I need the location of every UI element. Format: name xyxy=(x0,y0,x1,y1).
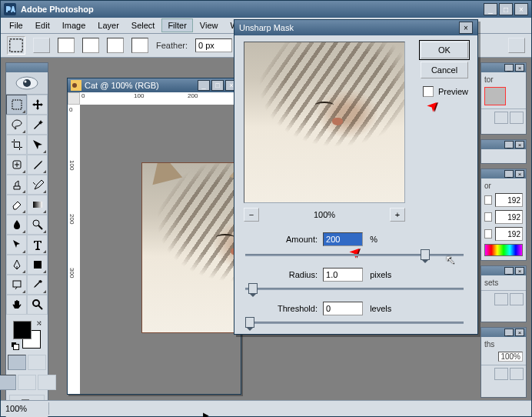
toolbox[interactable]: ⤭ xyxy=(5,62,48,417)
navigator-thumbnail[interactable] xyxy=(484,87,506,105)
panel-titlebar[interactable]: _× xyxy=(481,63,526,72)
panel-minimize-button[interactable]: _ xyxy=(504,64,514,72)
status-zoom-field[interactable]: 100% xyxy=(1,402,49,415)
menu-file[interactable]: File xyxy=(4,19,28,32)
tool-blur[interactable] xyxy=(6,215,27,235)
menu-image[interactable]: Image xyxy=(57,19,91,32)
tool-preset-picker[interactable] xyxy=(33,38,50,53)
layers-opacity-value[interactable]: 100% xyxy=(498,352,523,362)
info-panel[interactable]: _× xyxy=(480,139,527,164)
panel-minimize-button[interactable]: _ xyxy=(504,141,514,148)
color-panel[interactable]: _× or xyxy=(480,168,527,261)
tool-brush[interactable] xyxy=(27,155,48,175)
tool-zoom[interactable] xyxy=(27,295,48,315)
ruler-origin[interactable] xyxy=(68,92,80,105)
tool-notes[interactable] xyxy=(6,275,27,295)
document-maximize-button[interactable]: □ xyxy=(211,80,224,91)
ok-button[interactable]: OK xyxy=(421,42,468,58)
tool-crop[interactable] xyxy=(6,135,27,155)
tool-eyedropper[interactable] xyxy=(27,275,48,295)
active-tool-marquee-icon[interactable] xyxy=(7,36,25,55)
selection-mode-new[interactable] xyxy=(58,38,75,53)
color-g-input[interactable] xyxy=(495,210,523,224)
panel-close-button[interactable]: × xyxy=(515,329,524,336)
tool-clone-stamp[interactable] xyxy=(6,175,27,195)
dialog-titlebar[interactable]: Unsharp Mask × xyxy=(234,20,477,35)
zoom-in-button[interactable]: + xyxy=(390,208,405,222)
menu-select[interactable]: Select xyxy=(126,19,161,32)
tool-pen[interactable] xyxy=(6,255,27,275)
fg-bg-color[interactable]: ⤭ xyxy=(12,319,42,350)
dialog-close-button[interactable]: × xyxy=(459,22,473,34)
tool-move[interactable] xyxy=(27,95,48,115)
amount-slider[interactable] xyxy=(245,249,464,260)
foreground-color-swatch[interactable] xyxy=(13,321,32,339)
panel-titlebar[interactable]: _× xyxy=(481,328,526,337)
panel-close-button[interactable]: × xyxy=(515,170,524,178)
new-snapshot-button[interactable] xyxy=(494,293,508,305)
swap-colors-icon[interactable]: ⤭ xyxy=(36,319,42,327)
titlebar[interactable]: Adobe Photoshop _ □ × xyxy=(1,1,531,18)
tool-rect-marquee[interactable] xyxy=(6,95,27,115)
selection-mode-intersect[interactable] xyxy=(131,38,148,53)
ruler-vertical[interactable]: 0 100 200 300 xyxy=(68,105,81,394)
menu-view[interactable]: View xyxy=(195,19,224,32)
tool-lasso[interactable] xyxy=(6,115,27,135)
threshold-slider[interactable] xyxy=(245,317,464,328)
tool-shape[interactable] xyxy=(27,255,48,275)
delete-layer-button[interactable] xyxy=(510,368,524,380)
tool-slice[interactable] xyxy=(27,135,48,155)
history-tab-label[interactable]: sets xyxy=(484,279,523,287)
panel-close-button[interactable]: × xyxy=(515,267,524,275)
layers-tab-label[interactable]: ths xyxy=(484,340,523,349)
panel-minimize-button[interactable]: _ xyxy=(504,170,514,178)
tool-healing-brush[interactable] xyxy=(6,155,27,175)
document-minimize-button[interactable]: _ xyxy=(198,80,210,91)
panel-titlebar[interactable]: _× xyxy=(481,266,526,275)
menu-layer[interactable]: Layer xyxy=(92,19,125,32)
tool-eraser[interactable] xyxy=(6,195,27,215)
tool-magic-wand[interactable] xyxy=(27,115,48,135)
quickmask-toggle[interactable] xyxy=(8,355,46,370)
document-window[interactable]: Cat @ 100% (RGB) _ □ × 0 100 200 0 100 2… xyxy=(67,78,241,395)
tool-gradient[interactable] xyxy=(27,195,48,215)
status-caret-icon[interactable]: ▶ xyxy=(203,411,209,417)
new-layer-button[interactable] xyxy=(494,368,508,380)
tool-dodge[interactable] xyxy=(27,215,48,235)
color-b-input[interactable] xyxy=(495,227,523,241)
zoom-out-button[interactable]: − xyxy=(244,208,259,222)
threshold-input[interactable] xyxy=(323,302,363,315)
zoom-out-button[interactable] xyxy=(494,112,508,124)
radius-slider[interactable] xyxy=(245,283,464,294)
history-panel[interactable]: _× sets xyxy=(480,265,527,322)
dialog-preview-image[interactable] xyxy=(244,42,405,203)
panel-minimize-button[interactable]: _ xyxy=(504,329,514,336)
menu-edit[interactable]: Edit xyxy=(30,19,55,32)
tool-type[interactable] xyxy=(27,235,48,255)
tool-history-brush[interactable] xyxy=(27,175,48,195)
maximize-button[interactable]: □ xyxy=(499,3,513,15)
tool-path-selection[interactable] xyxy=(6,235,27,255)
color-tab-label[interactable]: or xyxy=(484,182,523,190)
color-ramp[interactable] xyxy=(484,244,523,256)
panel-minimize-button[interactable]: _ xyxy=(504,267,514,275)
navigator-tab-label[interactable]: tor xyxy=(484,75,523,84)
cancel-button[interactable]: Cancel xyxy=(421,62,468,78)
selection-mode-subtract[interactable] xyxy=(107,38,124,53)
unsharp-mask-dialog[interactable]: Unsharp Mask × OK Cancel Preview ➤ − 100… xyxy=(234,19,478,335)
layers-panel[interactable]: _× ths 100% xyxy=(480,327,527,398)
screenmode-toggle[interactable] xyxy=(0,375,56,390)
menu-filter[interactable]: Filter xyxy=(161,18,192,32)
tool-hand[interactable] xyxy=(6,295,27,315)
delete-state-button[interactable] xyxy=(510,293,524,305)
panel-close-button[interactable]: × xyxy=(515,141,524,148)
feather-input[interactable] xyxy=(195,38,232,52)
selection-mode-add[interactable] xyxy=(82,38,99,53)
document-titlebar[interactable]: Cat @ 100% (RGB) _ □ × xyxy=(68,78,241,92)
palette-well-button[interactable] xyxy=(508,38,525,53)
radius-input[interactable] xyxy=(323,268,363,282)
panel-close-button[interactable]: × xyxy=(515,64,524,72)
panel-titlebar[interactable]: _× xyxy=(481,140,526,149)
document-canvas[interactable] xyxy=(80,105,241,394)
navigator-panel[interactable]: _× tor xyxy=(480,62,527,135)
